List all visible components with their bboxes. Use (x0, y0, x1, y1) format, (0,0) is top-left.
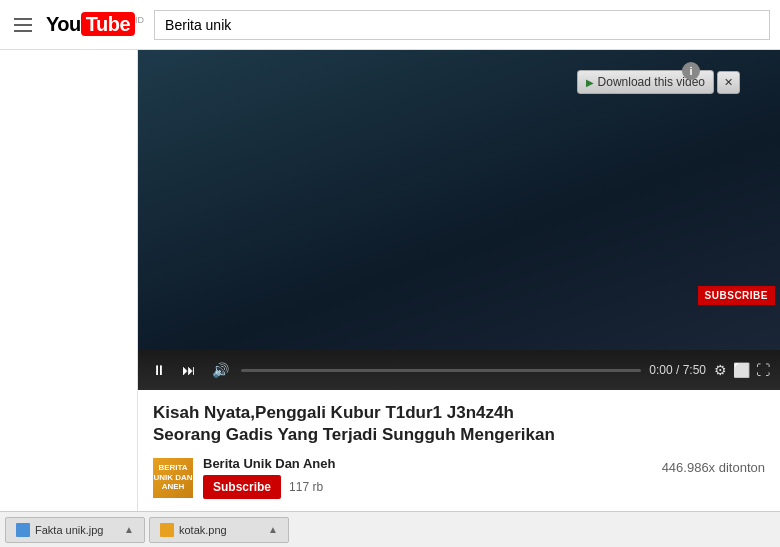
video-section: i ▶ Download this video ✕ SUBSCRIBE ⏸ ⏭ … (138, 50, 780, 511)
video-player-wrapper: i ▶ Download this video ✕ SUBSCRIBE ⏸ ⏭ … (138, 50, 780, 390)
subscriber-count: 117 rb (289, 480, 323, 494)
download-overlay: i ▶ Download this video ✕ (577, 70, 740, 94)
video-title: Kisah Nyata,Penggali Kubur T1dur1 J3n4z4… (153, 402, 765, 446)
channel-text-block: Berita Unik Dan Aneh Subscribe 117 rb (203, 456, 335, 499)
taskbar-item2-chevron[interactable]: ▲ (268, 524, 278, 535)
video-title-line2: Seorang Gadis Yang Terjadi Sungguh Menge… (153, 425, 555, 444)
taskbar-item-1[interactable]: Fakta unik.jpg ▲ (5, 517, 145, 543)
info-icon: i (682, 62, 700, 80)
download-play-icon: ▶ (586, 77, 594, 88)
youtube-logo[interactable]: YouTube ID (46, 13, 144, 36)
video-info: Kisah Nyata,Penggali Kubur T1dur1 J3n4z4… (138, 390, 780, 511)
video-player[interactable]: i ▶ Download this video ✕ SUBSCRIBE (138, 50, 780, 350)
top-bar: YouTube ID (0, 0, 780, 50)
search-input[interactable] (154, 10, 770, 40)
volume-button[interactable]: 🔊 (208, 360, 233, 380)
subscribe-overlay-btn[interactable]: SUBSCRIBE (698, 286, 775, 305)
channel-thumbnail[interactable]: BERITA UNIK DAN ANEH (153, 458, 193, 498)
progress-bar[interactable] (241, 369, 641, 372)
main-content: i ▶ Download this video ✕ SUBSCRIBE ⏸ ⏭ … (0, 50, 780, 511)
taskbar-item1-label: Fakta unik.jpg (35, 524, 103, 536)
yt-tube: Tube (81, 12, 135, 36)
taskbar-item2-icon (160, 523, 174, 537)
channel-name[interactable]: Berita Unik Dan Aneh (203, 456, 335, 471)
video-controls: ⏸ ⏭ 🔊 0:00 / 7:50 ⚙ ⬜ ⛶ (138, 350, 780, 390)
next-button[interactable]: ⏭ (178, 360, 200, 380)
view-count: 446.986x ditonton (662, 460, 765, 475)
channel-sub-row: Subscribe 117 rb (203, 475, 335, 499)
miniplayer-icon[interactable]: ⬜ (733, 362, 750, 378)
taskbar-item-2[interactable]: kotak.png ▲ (149, 517, 289, 543)
download-close-button[interactable]: ✕ (717, 71, 740, 94)
yt-region: ID (135, 15, 144, 25)
fullscreen-icon[interactable]: ⛶ (756, 362, 770, 378)
controls-right: ⚙ ⬜ ⛶ (714, 362, 770, 378)
sidebar (0, 50, 138, 511)
channel-info: BERITA UNIK DAN ANEH Berita Unik Dan Ane… (153, 456, 335, 499)
taskbar-item1-chevron[interactable]: ▲ (124, 524, 134, 535)
subscribe-button[interactable]: Subscribe (203, 475, 281, 499)
taskbar-item2-label: kotak.png (179, 524, 227, 536)
channel-row: BERITA UNIK DAN ANEH Berita Unik Dan Ane… (153, 456, 765, 499)
time-display: 0:00 / 7:50 (649, 363, 706, 377)
taskbar-item1-icon (16, 523, 30, 537)
channel-thumb-text: BERITA UNIK DAN ANEH (153, 463, 193, 492)
taskbar: Fakta unik.jpg ▲ kotak.png ▲ (0, 511, 780, 547)
hamburger-menu[interactable] (10, 14, 36, 36)
video-title-line1: Kisah Nyata,Penggali Kubur T1dur1 J3n4z4… (153, 403, 514, 422)
settings-icon[interactable]: ⚙ (714, 362, 727, 378)
yt-you: You (46, 13, 81, 35)
play-pause-button[interactable]: ⏸ (148, 360, 170, 380)
